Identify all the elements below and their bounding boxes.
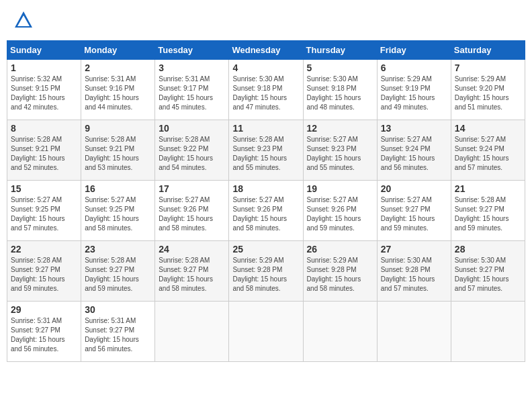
calendar-table: SundayMondayTuesdayWednesdayThursdayFrid… [7, 40, 525, 362]
weekday-header-monday: Monday [81, 41, 155, 60]
calendar-day-23: 23Sunrise: 5:28 AM Sunset: 9:27 PM Dayli… [81, 241, 155, 302]
calendar-day-10: 10Sunrise: 5:28 AM Sunset: 9:22 PM Dayli… [155, 120, 229, 181]
calendar-day-4: 4Sunrise: 5:30 AM Sunset: 9:18 PM Daylig… [229, 60, 303, 120]
calendar-day-empty [303, 302, 377, 362]
calendar-day-6: 6Sunrise: 5:29 AM Sunset: 9:19 PM Daylig… [377, 60, 451, 120]
calendar-day-29: 29Sunrise: 5:31 AM Sunset: 9:27 PM Dayli… [7, 302, 81, 362]
weekday-header-sunday: Sunday [7, 41, 81, 60]
calendar-day-empty [451, 302, 525, 362]
calendar-day-19: 19Sunrise: 5:27 AM Sunset: 9:26 PM Dayli… [303, 181, 377, 241]
calendar-day-11: 11Sunrise: 5:28 AM Sunset: 9:23 PM Dayli… [229, 120, 303, 181]
calendar-day-9: 9Sunrise: 5:28 AM Sunset: 9:21 PM Daylig… [81, 120, 155, 181]
calendar-day-2: 2Sunrise: 5:31 AM Sunset: 9:16 PM Daylig… [81, 60, 155, 120]
page-header [7, 7, 525, 34]
calendar-day-28: 28Sunrise: 5:30 AM Sunset: 9:27 PM Dayli… [451, 241, 525, 302]
calendar-week-3: 22Sunrise: 5:28 AM Sunset: 9:27 PM Dayli… [7, 241, 525, 302]
calendar-day-empty [155, 302, 229, 362]
calendar-day-14: 14Sunrise: 5:27 AM Sunset: 9:24 PM Dayli… [451, 120, 525, 181]
calendar-day-1: 1Sunrise: 5:32 AM Sunset: 9:15 PM Daylig… [7, 60, 81, 120]
calendar-day-13: 13Sunrise: 5:27 AM Sunset: 9:24 PM Dayli… [377, 120, 451, 181]
calendar-header-row: SundayMondayTuesdayWednesdayThursdayFrid… [7, 41, 525, 60]
weekday-header-friday: Friday [377, 41, 451, 60]
calendar-day-3: 3Sunrise: 5:31 AM Sunset: 9:17 PM Daylig… [155, 60, 229, 120]
calendar-day-25: 25Sunrise: 5:29 AM Sunset: 9:28 PM Dayli… [229, 241, 303, 302]
calendar-day-21: 21Sunrise: 5:28 AM Sunset: 9:27 PM Dayli… [451, 181, 525, 241]
weekday-header-wednesday: Wednesday [229, 41, 303, 60]
logo [13, 10, 36, 30]
calendar-day-8: 8Sunrise: 5:28 AM Sunset: 9:21 PM Daylig… [7, 120, 81, 181]
calendar-day-12: 12Sunrise: 5:27 AM Sunset: 9:23 PM Dayli… [303, 120, 377, 181]
calendar-day-24: 24Sunrise: 5:28 AM Sunset: 9:27 PM Dayli… [155, 241, 229, 302]
calendar-day-empty [229, 302, 303, 362]
calendar-day-17: 17Sunrise: 5:27 AM Sunset: 9:26 PM Dayli… [155, 181, 229, 241]
calendar-day-30: 30Sunrise: 5:31 AM Sunset: 9:27 PM Dayli… [81, 302, 155, 362]
calendar-day-16: 16Sunrise: 5:27 AM Sunset: 9:25 PM Dayli… [81, 181, 155, 241]
weekday-header-thursday: Thursday [303, 41, 377, 60]
calendar-week-0: 1Sunrise: 5:32 AM Sunset: 9:15 PM Daylig… [7, 60, 525, 120]
calendar-day-empty [377, 302, 451, 362]
calendar-day-18: 18Sunrise: 5:27 AM Sunset: 9:26 PM Dayli… [229, 181, 303, 241]
calendar-day-22: 22Sunrise: 5:28 AM Sunset: 9:27 PM Dayli… [7, 241, 81, 302]
calendar-day-27: 27Sunrise: 5:30 AM Sunset: 9:28 PM Dayli… [377, 241, 451, 302]
weekday-header-saturday: Saturday [451, 41, 525, 60]
calendar-day-7: 7Sunrise: 5:29 AM Sunset: 9:20 PM Daylig… [451, 60, 525, 120]
calendar-week-4: 29Sunrise: 5:31 AM Sunset: 9:27 PM Dayli… [7, 302, 525, 362]
calendar-day-26: 26Sunrise: 5:29 AM Sunset: 9:28 PM Dayli… [303, 241, 377, 302]
calendar-day-15: 15Sunrise: 5:27 AM Sunset: 9:25 PM Dayli… [7, 181, 81, 241]
calendar-week-1: 8Sunrise: 5:28 AM Sunset: 9:21 PM Daylig… [7, 120, 525, 181]
calendar-day-20: 20Sunrise: 5:27 AM Sunset: 9:27 PM Dayli… [377, 181, 451, 241]
calendar-day-5: 5Sunrise: 5:30 AM Sunset: 9:18 PM Daylig… [303, 60, 377, 120]
calendar-week-2: 15Sunrise: 5:27 AM Sunset: 9:25 PM Dayli… [7, 181, 525, 241]
weekday-header-tuesday: Tuesday [155, 41, 229, 60]
